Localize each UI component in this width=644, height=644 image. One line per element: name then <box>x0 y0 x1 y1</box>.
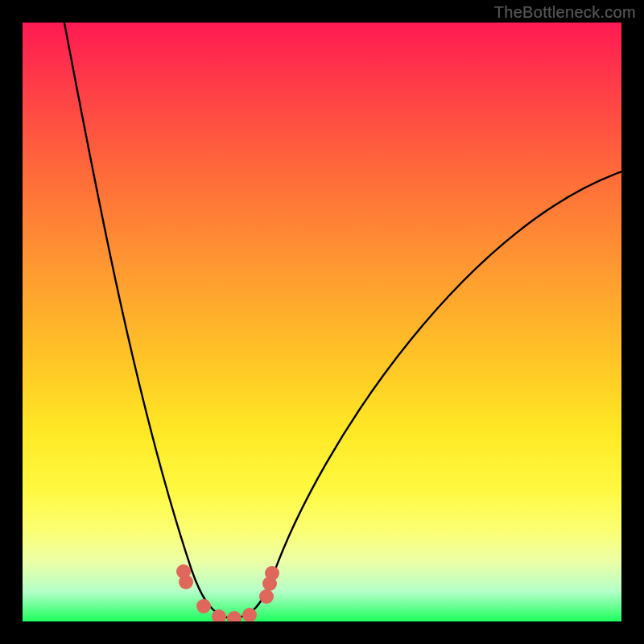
data-marker <box>227 611 242 621</box>
left-curve <box>63 23 232 618</box>
data-marker <box>196 599 211 613</box>
data-marker <box>265 566 279 580</box>
chart-svg <box>23 23 621 621</box>
data-marker <box>259 589 274 604</box>
data-marker <box>179 575 193 589</box>
chart-frame <box>23 23 621 621</box>
watermark-text: TheBottleneck.com <box>494 3 636 22</box>
right-curve <box>232 167 621 618</box>
